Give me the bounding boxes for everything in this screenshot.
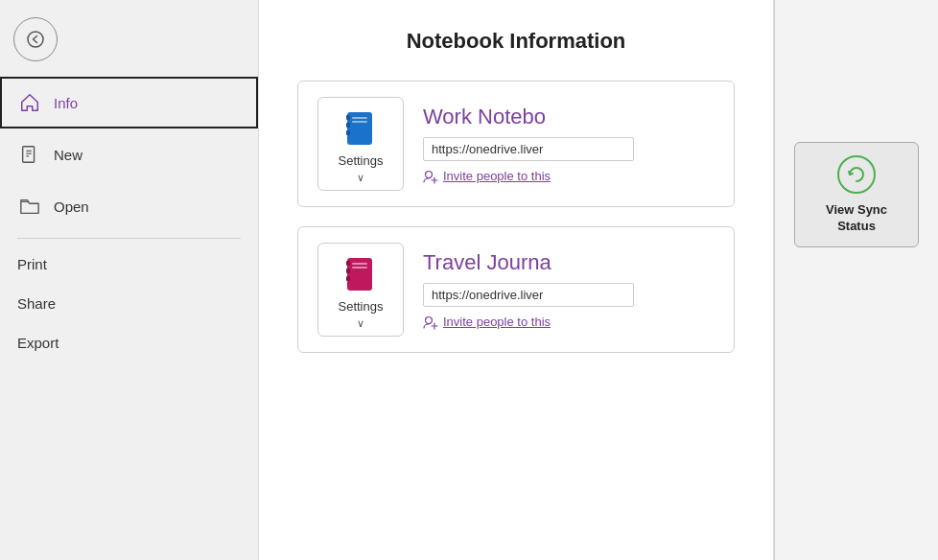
invite-link-travel[interactable]: Invite people to this <box>423 315 715 330</box>
home-icon <box>19 92 40 113</box>
settings-chevron-travel: ∨ <box>357 317 364 330</box>
notebook-card-work: Settings ∨ Work Notebo https://onedrive.… <box>297 81 735 207</box>
sync-button-label: View Sync Status <box>826 202 887 235</box>
sidebar-item-open[interactable]: Open <box>0 180 258 232</box>
print-label: Print <box>17 256 47 272</box>
new-page-icon <box>19 144 40 165</box>
right-panel: View Sync Status <box>775 0 938 560</box>
svg-rect-10 <box>352 121 367 123</box>
svg-point-11 <box>426 171 433 177</box>
folder-icon <box>19 196 40 217</box>
settings-label-travel: Settings <box>339 299 384 314</box>
svg-rect-7 <box>346 123 350 128</box>
sidebar-item-print[interactable]: Print <box>0 245 258 284</box>
svg-rect-18 <box>352 263 367 265</box>
share-label: Share <box>17 295 56 312</box>
svg-point-23 <box>838 156 875 193</box>
page-title: Notebook Information <box>297 29 735 54</box>
svg-point-0 <box>28 32 43 47</box>
svg-rect-19 <box>352 267 367 268</box>
svg-rect-6 <box>346 115 350 120</box>
sync-icon <box>836 154 877 195</box>
notebook-info-work: Work Notebo https://onedrive.liver Invit… <box>423 105 715 184</box>
export-label: Export <box>17 335 59 351</box>
settings-button-travel[interactable]: Settings ∨ <box>317 243 404 337</box>
notebook-url-travel[interactable]: https://onedrive.liver <box>423 283 634 307</box>
main-content: Notebook Information Settings ∨ Work Not… <box>259 0 774 560</box>
svg-rect-9 <box>352 117 367 119</box>
invite-link-work[interactable]: Invite people to this <box>423 169 715 184</box>
sidebar-open-label: Open <box>54 198 89 215</box>
settings-chevron-work: ∨ <box>357 172 364 184</box>
svg-point-20 <box>426 316 433 323</box>
sidebar-item-export[interactable]: Export <box>0 323 258 362</box>
svg-rect-15 <box>346 261 350 266</box>
sidebar-item-share[interactable]: Share <box>0 284 258 323</box>
notebook-icon-work <box>340 107 382 150</box>
svg-rect-8 <box>346 130 350 135</box>
notebook-name-work: Work Notebo <box>423 105 715 129</box>
sidebar-divider <box>17 238 241 239</box>
notebook-info-travel: Travel Journa https://onedrive.liver Inv… <box>423 250 715 330</box>
notebook-icon-travel <box>340 253 382 295</box>
settings-label-work: Settings <box>339 153 384 168</box>
svg-rect-16 <box>346 268 350 273</box>
sidebar-item-info[interactable]: Info <box>0 77 258 128</box>
sidebar: Info New Open Print Share Export <box>0 0 259 560</box>
invite-icon-travel <box>423 315 438 330</box>
sidebar-item-new[interactable]: New <box>0 128 258 180</box>
svg-rect-1 <box>23 147 35 163</box>
sidebar-info-label: Info <box>54 95 78 111</box>
sidebar-new-label: New <box>54 147 82 163</box>
invite-icon-work <box>423 169 438 184</box>
back-arrow-icon <box>27 31 44 48</box>
back-button[interactable] <box>13 17 58 61</box>
view-sync-status-button[interactable]: View Sync Status <box>794 142 919 247</box>
svg-rect-17 <box>346 276 350 281</box>
notebook-url-work[interactable]: https://onedrive.liver <box>423 137 634 161</box>
notebook-name-travel: Travel Journa <box>423 250 715 275</box>
notebook-card-travel: Settings ∨ Travel Journa https://onedriv… <box>297 226 735 353</box>
settings-button-work[interactable]: Settings ∨ <box>317 97 404 191</box>
